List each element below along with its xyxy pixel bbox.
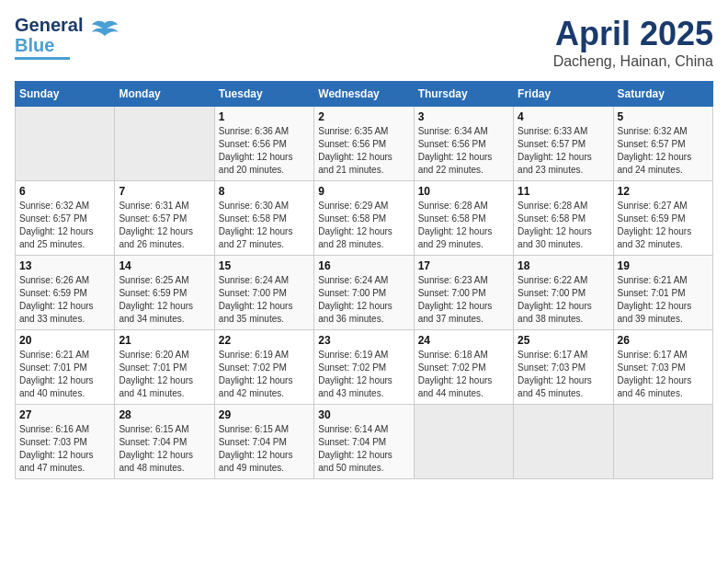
day-number: 8 <box>219 185 310 198</box>
calendar-cell: 25Sunrise: 6:17 AMSunset: 7:03 PMDayligh… <box>514 330 613 405</box>
day-info: Sunrise: 6:21 AMSunset: 7:01 PMDaylight:… <box>618 274 709 326</box>
calendar-cell: 11Sunrise: 6:28 AMSunset: 6:58 PMDayligh… <box>514 181 613 256</box>
day-info: Sunrise: 6:29 AMSunset: 6:58 PMDaylight:… <box>318 200 409 251</box>
day-number: 4 <box>518 110 609 123</box>
day-number: 7 <box>119 185 210 198</box>
weekday-header-sunday: Sunday <box>16 82 115 107</box>
calendar-cell: 13Sunrise: 6:26 AMSunset: 6:59 PMDayligh… <box>16 256 115 330</box>
calendar-cell: 1Sunrise: 6:36 AMSunset: 6:56 PMDaylight… <box>214 107 313 181</box>
day-number: 6 <box>19 185 110 198</box>
calendar-cell: 6Sunrise: 6:32 AMSunset: 6:57 PMDaylight… <box>16 181 115 256</box>
weekday-header-wednesday: Wednesday <box>314 82 414 107</box>
calendar-subtitle: Dacheng, Hainan, China <box>553 53 713 70</box>
weekday-header-friday: Friday <box>514 82 613 107</box>
weekday-header-thursday: Thursday <box>414 82 513 107</box>
day-number: 2 <box>318 110 409 123</box>
calendar-week-3: 13Sunrise: 6:26 AMSunset: 6:59 PMDayligh… <box>16 256 713 330</box>
header-row: SundayMondayTuesdayWednesdayThursdayFrid… <box>16 82 713 107</box>
calendar-cell: 8Sunrise: 6:30 AMSunset: 6:58 PMDaylight… <box>214 181 313 256</box>
day-number: 20 <box>19 334 110 347</box>
day-number: 25 <box>518 334 609 347</box>
day-number: 26 <box>618 334 709 347</box>
day-info: Sunrise: 6:19 AMSunset: 7:02 PMDaylight:… <box>219 349 310 400</box>
day-info: Sunrise: 6:21 AMSunset: 7:01 PMDaylight:… <box>19 349 110 400</box>
calendar-cell: 15Sunrise: 6:24 AMSunset: 7:00 PMDayligh… <box>214 256 313 330</box>
day-number: 18 <box>518 259 609 272</box>
calendar-cell: 7Sunrise: 6:31 AMSunset: 6:57 PMDaylight… <box>115 181 214 256</box>
calendar-cell: 20Sunrise: 6:21 AMSunset: 7:01 PMDayligh… <box>16 330 115 405</box>
day-info: Sunrise: 6:32 AMSunset: 6:57 PMDaylight:… <box>618 125 709 177</box>
calendar-cell: 28Sunrise: 6:15 AMSunset: 7:04 PMDayligh… <box>115 405 214 479</box>
calendar-title: April 2025 <box>553 15 713 53</box>
calendar-cell: 27Sunrise: 6:16 AMSunset: 7:03 PMDayligh… <box>16 405 115 479</box>
day-number: 15 <box>219 259 310 272</box>
logo-line1: General <box>15 15 83 35</box>
day-info: Sunrise: 6:24 AMSunset: 7:00 PMDaylight:… <box>219 274 310 326</box>
calendar-cell: 24Sunrise: 6:18 AMSunset: 7:02 PMDayligh… <box>414 330 513 405</box>
day-info: Sunrise: 6:36 AMSunset: 6:56 PMDaylight:… <box>219 125 310 177</box>
calendar-cell: 29Sunrise: 6:15 AMSunset: 7:04 PMDayligh… <box>214 405 313 479</box>
day-number: 12 <box>618 185 709 198</box>
day-number: 14 <box>119 259 210 272</box>
calendar-cell: 2Sunrise: 6:35 AMSunset: 6:56 PMDaylight… <box>314 107 414 181</box>
calendar-cell: 12Sunrise: 6:27 AMSunset: 6:59 PMDayligh… <box>613 181 712 256</box>
day-number: 22 <box>219 334 310 347</box>
day-info: Sunrise: 6:20 AMSunset: 7:01 PMDaylight:… <box>119 349 210 400</box>
day-info: Sunrise: 6:25 AMSunset: 6:59 PMDaylight:… <box>119 274 210 326</box>
calendar-week-4: 20Sunrise: 6:21 AMSunset: 7:01 PMDayligh… <box>16 330 713 405</box>
logo-bird-icon <box>88 16 121 55</box>
day-info: Sunrise: 6:33 AMSunset: 6:57 PMDaylight:… <box>518 125 609 177</box>
calendar-cell: 21Sunrise: 6:20 AMSunset: 7:01 PMDayligh… <box>115 330 214 405</box>
day-number: 10 <box>418 185 509 198</box>
calendar-cell: 22Sunrise: 6:19 AMSunset: 7:02 PMDayligh… <box>214 330 313 405</box>
day-number: 30 <box>318 408 409 421</box>
weekday-header-monday: Monday <box>115 82 214 107</box>
calendar-cell: 17Sunrise: 6:23 AMSunset: 7:00 PMDayligh… <box>414 256 513 330</box>
calendar-cell <box>414 405 513 479</box>
calendar-cell <box>16 107 115 181</box>
calendar-cell <box>514 405 613 479</box>
day-number: 1 <box>219 110 310 123</box>
title-block: April 2025 Dacheng, Hainan, China <box>553 15 713 70</box>
day-number: 21 <box>119 334 210 347</box>
day-number: 11 <box>518 185 609 198</box>
day-number: 16 <box>318 259 409 272</box>
calendar-cell <box>613 405 712 479</box>
day-info: Sunrise: 6:17 AMSunset: 7:03 PMDaylight:… <box>518 349 609 400</box>
day-number: 3 <box>418 110 509 123</box>
calendar-cell: 4Sunrise: 6:33 AMSunset: 6:57 PMDaylight… <box>514 107 613 181</box>
day-info: Sunrise: 6:24 AMSunset: 7:00 PMDaylight:… <box>318 274 409 326</box>
calendar-week-1: 1Sunrise: 6:36 AMSunset: 6:56 PMDaylight… <box>16 107 713 181</box>
logo: General Blue <box>15 15 121 60</box>
day-info: Sunrise: 6:15 AMSunset: 7:04 PMDaylight:… <box>119 423 210 475</box>
day-number: 29 <box>219 408 310 421</box>
day-number: 24 <box>418 334 509 347</box>
calendar-table: SundayMondayTuesdayWednesdayThursdayFrid… <box>15 81 713 479</box>
calendar-cell <box>115 107 214 181</box>
weekday-header-tuesday: Tuesday <box>214 82 313 107</box>
day-info: Sunrise: 6:15 AMSunset: 7:04 PMDaylight:… <box>219 423 310 475</box>
day-number: 23 <box>318 334 409 347</box>
day-info: Sunrise: 6:35 AMSunset: 6:56 PMDaylight:… <box>318 125 409 177</box>
day-number: 9 <box>318 185 409 198</box>
calendar-cell: 23Sunrise: 6:19 AMSunset: 7:02 PMDayligh… <box>314 330 414 405</box>
calendar-cell: 9Sunrise: 6:29 AMSunset: 6:58 PMDaylight… <box>314 181 414 256</box>
calendar-cell: 19Sunrise: 6:21 AMSunset: 7:01 PMDayligh… <box>613 256 712 330</box>
logo-line2: Blue <box>15 35 83 55</box>
day-info: Sunrise: 6:23 AMSunset: 7:00 PMDaylight:… <box>418 274 509 326</box>
day-info: Sunrise: 6:19 AMSunset: 7:02 PMDaylight:… <box>318 349 409 400</box>
day-info: Sunrise: 6:31 AMSunset: 6:57 PMDaylight:… <box>119 200 210 251</box>
day-number: 19 <box>618 259 709 272</box>
day-info: Sunrise: 6:30 AMSunset: 6:58 PMDaylight:… <box>219 200 310 251</box>
calendar-cell: 26Sunrise: 6:17 AMSunset: 7:03 PMDayligh… <box>613 330 712 405</box>
calendar-week-2: 6Sunrise: 6:32 AMSunset: 6:57 PMDaylight… <box>16 181 713 256</box>
day-info: Sunrise: 6:28 AMSunset: 6:58 PMDaylight:… <box>418 200 509 251</box>
day-number: 17 <box>418 259 509 272</box>
day-number: 27 <box>19 408 110 421</box>
calendar-cell: 10Sunrise: 6:28 AMSunset: 6:58 PMDayligh… <box>414 181 513 256</box>
day-info: Sunrise: 6:34 AMSunset: 6:56 PMDaylight:… <box>418 125 509 177</box>
day-number: 5 <box>618 110 709 123</box>
calendar-cell: 3Sunrise: 6:34 AMSunset: 6:56 PMDaylight… <box>414 107 513 181</box>
day-info: Sunrise: 6:14 AMSunset: 7:04 PMDaylight:… <box>318 423 409 475</box>
day-info: Sunrise: 6:16 AMSunset: 7:03 PMDaylight:… <box>19 423 110 475</box>
